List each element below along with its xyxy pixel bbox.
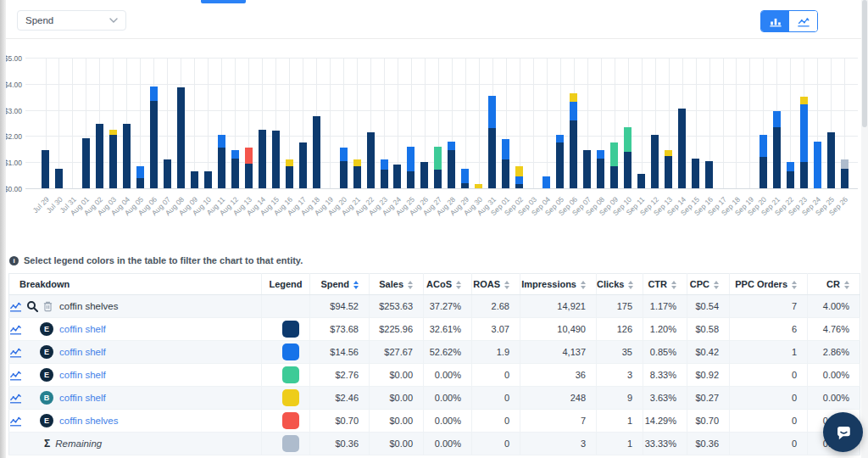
bar-segment [624, 152, 632, 188]
sort-icon[interactable] [671, 281, 676, 289]
sort-icon[interactable] [353, 281, 359, 289]
column-header-clicks[interactable]: Clicks [597, 274, 643, 295]
bar-segment [109, 130, 117, 135]
ppc-orders-value: 0 [730, 387, 808, 410]
entity-name-link[interactable]: coffin shelf [59, 324, 106, 334]
column-header-roas[interactable]: ROAS [472, 274, 520, 295]
column-label: PPC Orders [735, 279, 787, 289]
bar-segment [475, 184, 482, 188]
bar-segment [488, 128, 496, 188]
cpc-value: $0.42 [687, 341, 730, 364]
legend-color-swatch[interactable] [282, 344, 299, 360]
spend-value: $14.56 [310, 341, 370, 364]
column-header-spend[interactable]: Spend [310, 274, 370, 295]
line-chart-button[interactable] [9, 324, 22, 335]
grid-line [723, 58, 724, 188]
column-header-legend: Legend [262, 274, 310, 295]
sort-icon[interactable] [714, 281, 719, 289]
breakdown-cell: Ecoffin shelf [9, 318, 262, 341]
ctr-value: 1.17% [643, 295, 687, 318]
column-header-ppc-orders[interactable]: PPC Orders [730, 274, 808, 295]
column-label: CR [826, 279, 840, 289]
line-chart-button[interactable] [9, 393, 22, 404]
entity-type-badge: E [40, 414, 53, 427]
column-header-sales[interactable]: Sales [370, 274, 424, 295]
chat-launcher-button[interactable] [823, 412, 863, 452]
sort-icon[interactable] [581, 281, 586, 289]
column-header-ctr[interactable]: CTR [643, 274, 687, 295]
ppc-orders-value: 0 [730, 364, 808, 387]
metric-select[interactable]: Spend [17, 10, 126, 31]
bar-segment [705, 161, 713, 188]
sort-icon[interactable] [504, 281, 509, 289]
impressions-value: 3 [520, 433, 597, 455]
search-button[interactable] [26, 300, 38, 312]
legend-color-swatch[interactable] [282, 435, 299, 452]
bar-segment [515, 166, 523, 176]
line-chart-button[interactable] [9, 347, 22, 358]
line-chart-button[interactable] [9, 370, 22, 381]
sales-value: $253.63 [370, 295, 424, 318]
column-header-impressions[interactable]: Impressions [520, 274, 597, 295]
entity-name-link[interactable]: coffin shelf [59, 393, 106, 403]
entity-name-link[interactable]: coffin shelf [59, 370, 106, 380]
bar-segment [272, 131, 280, 188]
bar-segment [204, 171, 212, 188]
grid-line [194, 58, 195, 188]
column-label: Impressions [521, 279, 576, 289]
column-header-acos[interactable]: ACoS [424, 274, 472, 295]
sales-value: $0.00 [370, 433, 424, 455]
table-row: Ecoffin shelves$0.70$0.000.00%07114.29%$… [9, 410, 860, 433]
bar-segment [55, 169, 63, 188]
legend-cell [262, 387, 310, 410]
bar-chart-toggle-button[interactable] [761, 11, 789, 31]
table-row: Ecoffin shelf$73.68$225.9632.61%3.0710,4… [9, 318, 860, 341]
acos-value: 52.62% [424, 341, 472, 364]
sort-icon[interactable] [628, 281, 633, 289]
bar-segment [678, 109, 686, 188]
legend-color-swatch[interactable] [282, 321, 299, 338]
bar-segment [773, 127, 781, 188]
scrollbar-thumb[interactable] [862, 0, 867, 127]
column-header-cpc[interactable]: CPC [687, 274, 730, 295]
legend-color-swatch[interactable] [282, 412, 299, 429]
roas-value: 3.07 [472, 318, 520, 341]
table-row: ΣRemaining$0.36$0.000.00%03133.33%$0.360… [9, 433, 860, 455]
line-chart-button[interactable] [9, 416, 22, 427]
breakdown-content: Bcoffin shelf [9, 391, 251, 405]
roas-value: 0 [472, 410, 520, 433]
breakdown-content: coffin shelves [9, 300, 251, 312]
column-header-cr[interactable]: CR [808, 274, 860, 295]
info-icon: i [9, 256, 19, 265]
impressions-value: 4,137 [520, 341, 597, 364]
clicks-value: 35 [597, 341, 643, 364]
grid-line [547, 58, 548, 188]
cpc-value: $0.36 [687, 433, 730, 455]
bar-segment [340, 148, 348, 160]
bar-segment [353, 159, 361, 166]
page-scrollbar[interactable] [861, 0, 868, 458]
line-chart-icon [9, 301, 22, 312]
trash-button[interactable] [42, 300, 53, 312]
sort-icon[interactable] [456, 281, 461, 289]
sort-icon[interactable] [408, 281, 413, 289]
active-tab-underline [201, 0, 246, 3]
chart-plot-area [25, 58, 858, 189]
line-chart-button[interactable] [9, 301, 22, 312]
line-chart-toggle-button[interactable] [789, 11, 817, 31]
bar-segment [760, 135, 767, 157]
cpc-value: $0.92 [687, 364, 730, 387]
legend-color-swatch[interactable] [282, 389, 299, 406]
spend-stacked-bar-chart: $0.00$1.00$2.00$3.00$4.00$5.00 Jul 29Jul… [0, 49, 868, 246]
bar-segment [515, 184, 523, 188]
legend-color-swatch[interactable] [282, 366, 299, 383]
sort-icon[interactable] [792, 281, 797, 289]
acos-value: 0.00% [424, 387, 472, 410]
line-chart-icon [9, 347, 22, 358]
bar-segment [150, 87, 158, 101]
sort-icon[interactable] [844, 281, 849, 289]
entity-name-link[interactable]: coffin shelves [59, 416, 118, 426]
bar-segment [42, 150, 49, 188]
entity-name-link[interactable]: coffin shelf [59, 347, 106, 357]
column-label: Sales [379, 279, 403, 289]
